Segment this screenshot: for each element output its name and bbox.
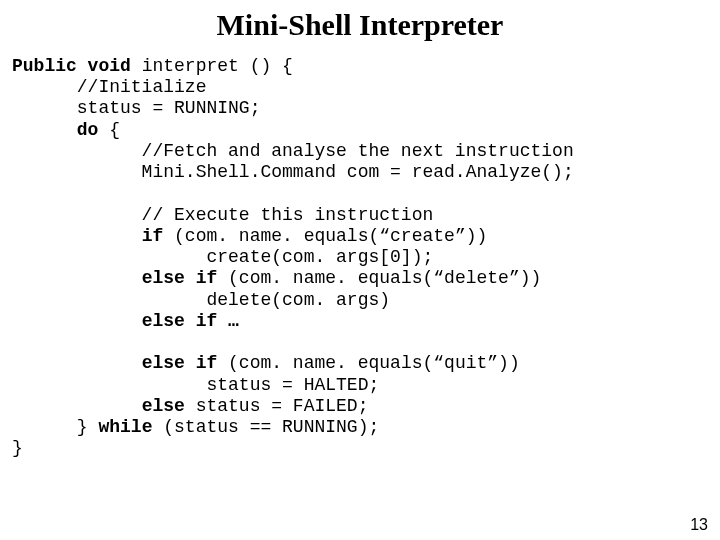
code-text — [12, 268, 142, 288]
code-text: (status == RUNNING); — [152, 417, 379, 437]
kw-while: while — [98, 417, 152, 437]
code-text: //Fetch and analyse the next instruction — [12, 141, 574, 161]
code-block: Public void interpret () { //Initialize … — [0, 56, 720, 459]
code-text: interpret () { — [131, 56, 293, 76]
code-text: (com. name. equals(“quit”)) — [217, 353, 519, 373]
code-text — [12, 226, 142, 246]
code-text: Mini.Shell.Command com = read.Analyze(); — [12, 162, 574, 182]
kw-do: do — [77, 120, 99, 140]
page-number: 13 — [690, 516, 708, 534]
kw-else-if: else if … — [142, 311, 239, 331]
kw-public-void: Public void — [12, 56, 131, 76]
code-text — [12, 396, 142, 416]
kw-else-if: else if — [142, 268, 218, 288]
code-text: create(com. args[0]); — [12, 247, 433, 267]
kw-else: else — [142, 396, 185, 416]
code-text: delete(com. args) — [12, 290, 390, 310]
code-text: status = FAILED; — [185, 396, 369, 416]
code-text: (com. name. equals(“create”)) — [163, 226, 487, 246]
code-text: } — [12, 438, 23, 458]
code-text: } — [12, 417, 98, 437]
code-text — [12, 353, 142, 373]
code-text: // Execute this instruction — [12, 205, 433, 225]
code-text: status = HALTED; — [12, 375, 379, 395]
code-text — [12, 120, 77, 140]
code-text: status = RUNNING; — [12, 98, 260, 118]
kw-else-if: else if — [142, 353, 218, 373]
code-text — [12, 311, 142, 331]
slide-title: Mini-Shell Interpreter — [0, 0, 720, 56]
kw-if: if — [142, 226, 164, 246]
slide: Mini-Shell Interpreter Public void inter… — [0, 0, 720, 540]
code-text: //Initialize — [12, 77, 206, 97]
code-text: { — [98, 120, 120, 140]
code-text: (com. name. equals(“delete”)) — [217, 268, 541, 288]
